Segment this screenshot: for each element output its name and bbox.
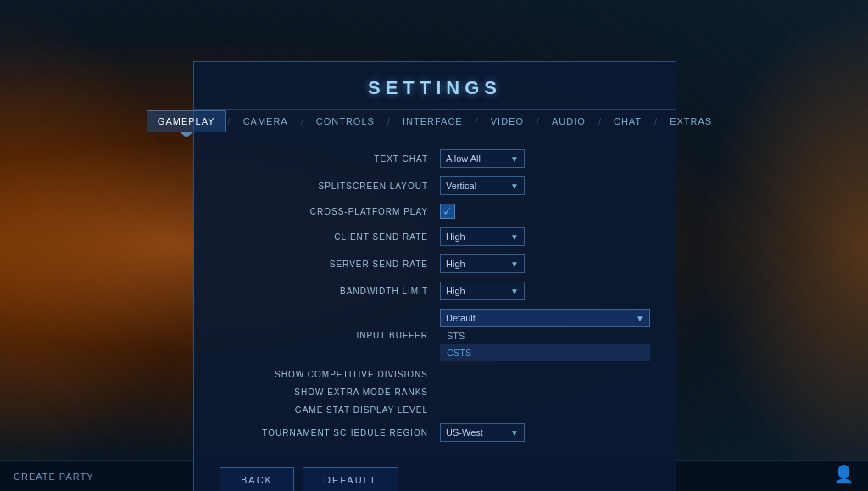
dropdown-options-6: STSCSTS [440, 327, 650, 361]
setting-label-1: SPLITSCREEN LAYOUT [220, 181, 440, 191]
setting-label-6: INPUT BUFFER [220, 331, 440, 340]
setting-row-0: TEXT CHATAllow All▼ [220, 149, 650, 168]
setting-row-3: CLIENT SEND RATEHigh▼ [220, 227, 650, 246]
setting-row-10: TOURNAMENT SCHEDULE REGIONUS-West▼ [220, 423, 650, 442]
setting-row-8: SHOW EXTRA MODE RANKS [220, 388, 650, 397]
checkbox-2[interactable]: ✓ [440, 204, 455, 219]
setting-label-8: SHOW EXTRA MODE RANKS [220, 388, 440, 397]
settings-title: SETTINGS [194, 62, 676, 109]
dropdown-option-sts[interactable]: STS [440, 327, 650, 344]
setting-label-2: CROSS-PLATFORM PLAY [220, 207, 440, 216]
setting-row-7: SHOW COMPETITIVE DIVISIONS [220, 370, 650, 379]
tab-audio[interactable]: AUDIO [541, 110, 597, 132]
setting-row-4: SERVER SEND RATEHigh▼ [220, 254, 650, 273]
user-icon: 👤 [833, 464, 854, 484]
setting-label-4: SERVER SEND RATE [220, 259, 440, 269]
tabs-container: GAMEPLAY/CAMERA/CONTROLS/INTERFACE/VIDEO… [194, 109, 676, 132]
setting-label-5: BANDWIDTH LIMIT [220, 287, 440, 296]
tab-extras[interactable]: EXTRAS [659, 110, 723, 132]
setting-row-5: BANDWIDTH LIMITHigh▼ [220, 282, 650, 300]
dropdown-3[interactable]: High▼ [440, 227, 525, 246]
tab-controls[interactable]: CONTROLS [305, 110, 386, 132]
setting-control-1: Vertical▼ [440, 176, 650, 195]
back-button[interactable]: BACK [220, 467, 294, 491]
settings-panel: SETTINGS GAMEPLAY/CAMERA/CONTROLS/INTERF… [193, 61, 676, 491]
dropdown-open-6: Default▼STSCSTS [440, 309, 650, 361]
setting-row-1: SPLITSCREEN LAYOUTVertical▼ [220, 176, 650, 195]
setting-control-4: High▼ [440, 254, 650, 273]
setting-control-3: High▼ [440, 227, 650, 246]
setting-row-9: GAME STAT DISPLAY LEVEL [220, 405, 650, 415]
dropdown-5[interactable]: High▼ [440, 282, 525, 300]
tab-camera[interactable]: CAMERA [232, 110, 299, 132]
setting-label-10: TOURNAMENT SCHEDULE REGION [220, 428, 440, 438]
setting-label-7: SHOW COMPETITIVE DIVISIONS [220, 370, 440, 379]
setting-label-3: CLIENT SEND RATE [220, 232, 440, 242]
setting-control-10: US-West▼ [440, 423, 650, 442]
setting-row-6: INPUT BUFFERDefault▼STSCSTS [220, 309, 650, 361]
bottom-buttons: BACKDEFAULT [194, 459, 676, 491]
tab-interface[interactable]: INTERFACE [392, 110, 474, 132]
setting-control-5: High▼ [440, 282, 650, 300]
dropdown-4[interactable]: High▼ [440, 254, 525, 273]
setting-row-2: CROSS-PLATFORM PLAY✓ [220, 204, 650, 219]
setting-label-0: TEXT CHAT [220, 154, 440, 164]
dropdown-option-csts[interactable]: CSTS [440, 344, 650, 361]
dropdown-1[interactable]: Vertical▼ [440, 176, 525, 195]
tab-video[interactable]: VIDEO [480, 110, 535, 132]
setting-control-2: ✓ [440, 204, 650, 219]
create-party-button[interactable]: CREATE PARTY [14, 471, 94, 482]
setting-control-6: Default▼STSCSTS [440, 309, 650, 361]
setting-label-9: GAME STAT DISPLAY LEVEL [220, 405, 440, 415]
setting-control-0: Allow All▼ [440, 149, 650, 168]
tab-chat[interactable]: CHAT [603, 110, 653, 132]
dropdown-10[interactable]: US-West▼ [440, 423, 525, 442]
content-area: TEXT CHATAllow All▼SPLITSCREEN LAYOUTVer… [194, 132, 676, 459]
dropdown-0[interactable]: Allow All▼ [440, 149, 525, 168]
tab-gameplay[interactable]: GAMEPLAY [147, 110, 226, 132]
default-button[interactable]: DEFAULT [303, 467, 398, 491]
dropdown-open-selected-6[interactable]: Default▼ [440, 309, 650, 327]
